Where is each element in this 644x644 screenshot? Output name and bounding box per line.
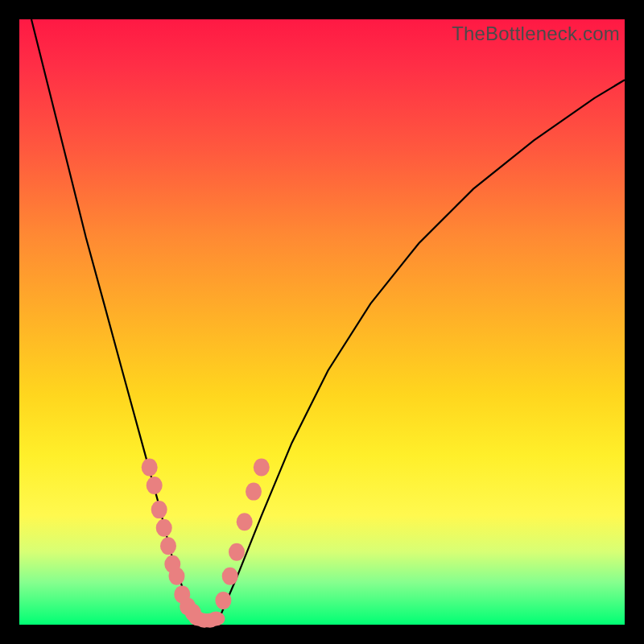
data-blob [215, 592, 231, 609]
data-blob [169, 568, 185, 585]
plot-area: TheBottleneck.com [19, 19, 625, 625]
data-blob [246, 483, 262, 501]
data-blob [207, 612, 225, 626]
curve-svg [19, 19, 625, 625]
data-blob [156, 519, 172, 537]
data-blob [142, 459, 158, 477]
data-blob [229, 543, 245, 561]
data-blob [222, 568, 238, 585]
data-blob [151, 501, 167, 518]
chart-frame: TheBottleneck.com [0, 0, 644, 644]
v-curve [31, 19, 625, 619]
data-blob [160, 537, 176, 555]
data-blob [237, 513, 253, 530]
data-blob [254, 459, 270, 477]
data-blob [147, 477, 163, 494]
